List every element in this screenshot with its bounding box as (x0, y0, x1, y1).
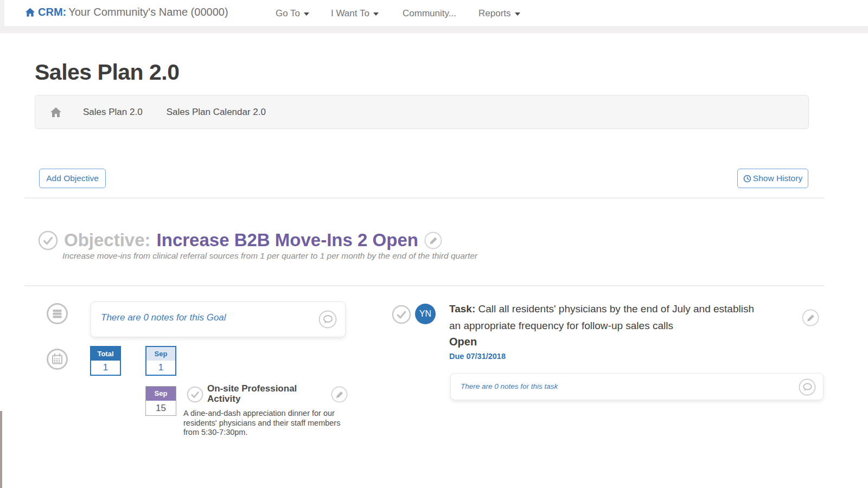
chevron-down-icon (373, 12, 379, 16)
avatar-initials: YN (419, 309, 431, 319)
nav-item-i-want-to[interactable]: I Want To (331, 8, 379, 19)
comment-bubble-icon[interactable] (318, 310, 337, 331)
total-count-value: 1 (91, 361, 120, 375)
task-block: Task: Call all residents' physicians by … (449, 300, 764, 361)
chevron-down-icon (515, 12, 520, 16)
activity-title: On-site Professional Activity (207, 384, 326, 404)
tab-sales-plan[interactable]: Sales Plan 2.0 (83, 107, 143, 118)
task-notes-box[interactable]: There are 0 notes for this task (450, 373, 824, 400)
show-history-button[interactable]: Show History (737, 169, 808, 188)
notes-list-icon (46, 303, 68, 325)
total-count-box: Total 1 (90, 346, 121, 376)
divider (24, 197, 825, 198)
edit-pencil-icon[interactable] (424, 232, 442, 249)
comment-bubble-icon[interactable] (799, 378, 816, 398)
nav-item-label: Community... (403, 8, 456, 19)
brand[interactable]: CRM: Your Community's Name (00000) (24, 6, 228, 18)
task-due-date[interactable]: Due 07/31/2018 (449, 352, 764, 361)
task-label: Task: (449, 303, 475, 314)
total-count-header: Total (91, 347, 120, 361)
goal-notes-placeholder: There are 0 notes for this Goal (101, 312, 226, 323)
show-history-label: Show History (753, 174, 802, 183)
add-objective-button[interactable]: Add Objective (39, 169, 106, 188)
nav-item-label: Go To (276, 8, 300, 19)
edit-pencil-icon[interactable] (802, 309, 819, 326)
divider (24, 285, 825, 286)
clock-icon (743, 175, 751, 183)
edit-pencil-icon[interactable] (331, 386, 348, 403)
month-count-header: Sep (146, 347, 175, 361)
add-objective-label: Add Objective (46, 174, 99, 183)
navbar-bottom-strip (0, 26, 868, 33)
objective-heading: Objective: Increase B2B Move-Ins 2 Open (38, 230, 442, 251)
avatar[interactable]: YN (415, 304, 436, 324)
calendar-icon (46, 348, 68, 370)
task-status: Open (449, 336, 764, 348)
nav-item-label: I Want To (331, 8, 369, 19)
goal-notes-box[interactable]: There are 0 notes for this Goal (91, 301, 346, 337)
nav-item-go-to[interactable]: Go To (276, 8, 309, 19)
brand-crm-label: CRM: (38, 6, 66, 18)
check-circle-icon[interactable] (392, 305, 411, 324)
activity-month: Sep (146, 387, 176, 401)
check-circle-icon[interactable] (187, 386, 203, 403)
nav-item-community[interactable]: Community... (403, 8, 456, 19)
community-name: Your Community's Name (00000) (68, 6, 228, 18)
top-navbar: CRM: Your Community's Name (00000) Go To… (0, 0, 868, 26)
task-line: Task: Call all residents' physicians by … (449, 300, 764, 334)
month-count-box: Sep 1 (145, 346, 176, 376)
left-scrollbar[interactable] (0, 411, 2, 488)
activity-day: 15 (146, 401, 176, 415)
objective-title: Increase B2B Move-Ins 2 Open (157, 230, 418, 251)
activity-date-box: Sep 15 (145, 386, 176, 416)
task-notes-placeholder: There are 0 notes for this task (461, 382, 558, 390)
page-title: Sales Plan 2.0 (35, 60, 180, 85)
tab-sales-plan-calendar[interactable]: Sales Plan Calendar 2.0 (167, 107, 266, 118)
task-text: Call all residents' physicians by the en… (449, 303, 754, 331)
nav-item-reports[interactable]: Reports (478, 8, 520, 19)
month-count-value: 1 (146, 361, 175, 375)
page: CRM: Your Community's Name (00000) Go To… (0, 0, 868, 488)
tab-bar: Sales Plan 2.0 Sales Plan Calendar 2.0 (35, 95, 809, 129)
activity-description: A dine-and-dash appreciation dinner for … (183, 409, 348, 438)
nav-item-label: Reports (478, 8, 511, 19)
chevron-down-icon (304, 12, 309, 16)
objective-label: Objective: (64, 230, 151, 251)
home-icon[interactable] (49, 106, 62, 119)
objective-subtitle: Increase move-ins from clinical referral… (62, 251, 477, 261)
check-circle-icon[interactable] (38, 230, 58, 251)
home-icon (24, 7, 36, 18)
